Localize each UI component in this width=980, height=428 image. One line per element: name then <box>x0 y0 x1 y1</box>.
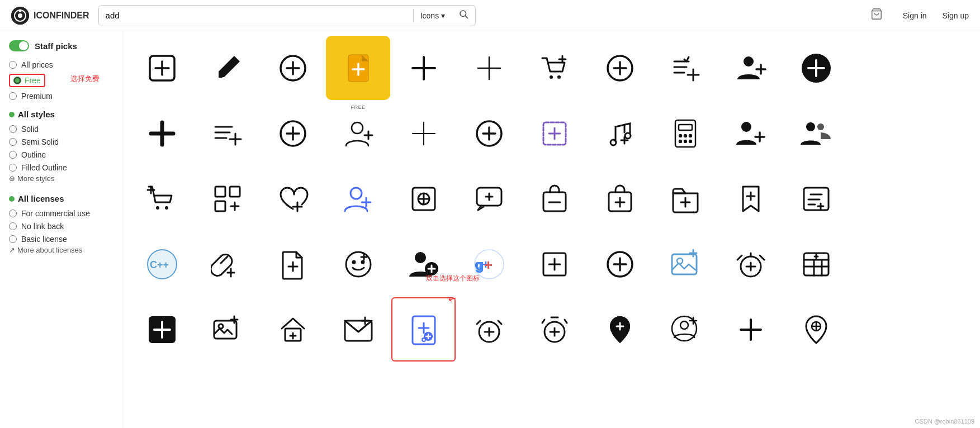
icon-safe-add[interactable] <box>391 167 456 231</box>
price-premium[interactable]: Premium <box>9 92 113 101</box>
icon-add-table[interactable] <box>784 232 848 296</box>
icon-checklist-add[interactable] <box>653 36 717 100</box>
svg-line-5 <box>466 16 468 18</box>
search-type-dropdown[interactable]: Icons ▾ <box>414 11 452 20</box>
icon-bag-add[interactable] <box>588 167 652 231</box>
licenses-title-label: All licenses <box>18 194 64 203</box>
icon-bookmark-add[interactable] <box>718 167 783 231</box>
icon-group-add[interactable] <box>784 101 848 165</box>
icon-chat-add[interactable] <box>457 167 521 231</box>
license-no-link-back-label: No link back <box>21 222 64 231</box>
icon-add-circle-outline2[interactable] <box>261 101 325 165</box>
icon-grid-add[interactable] <box>195 167 259 231</box>
logo-icon <box>11 7 29 25</box>
icon-alarm-add3[interactable] <box>522 297 586 362</box>
icon-folder-add[interactable] <box>653 167 717 231</box>
icon-add-person-free[interactable]: FREE <box>326 101 390 165</box>
svg-point-68 <box>689 135 692 137</box>
svg-point-59 <box>610 140 616 145</box>
logo[interactable]: ICONFINDER <box>11 7 89 25</box>
svg-line-116 <box>221 256 228 263</box>
icon-google-plus[interactable]: g+ g+ <box>457 232 521 296</box>
icon-frame-add[interactable] <box>522 232 586 296</box>
style-outline-label: Outline <box>21 150 46 159</box>
icon-location-add[interactable] <box>588 297 652 362</box>
icon-home-add[interactable] <box>261 297 325 362</box>
icon-add-circle3[interactable] <box>588 232 652 296</box>
icon-location-add2[interactable] <box>784 297 848 362</box>
license-commercial[interactable]: For commercial use <box>9 209 113 218</box>
style-filled-outline[interactable]: Filled Outline <box>9 163 113 172</box>
icon-add-circle2[interactable] <box>457 101 521 165</box>
annotation-free: 选择免费 <box>70 74 100 84</box>
icon-alarm-add[interactable] <box>718 232 783 296</box>
icon-add-circle-outline[interactable] <box>261 36 325 100</box>
icon-mail-add[interactable] <box>326 297 390 362</box>
style-semi-solid-label: Semi Solid <box>21 137 59 146</box>
icon-list-add2[interactable] <box>784 167 848 231</box>
signup-link[interactable]: Sign up <box>943 11 969 20</box>
more-licenses-link[interactable]: ↗ More about licenses <box>9 246 113 254</box>
chevron-down-icon: ▾ <box>441 11 445 20</box>
icon-pill-add[interactable] <box>195 232 259 296</box>
icon-alarm-add2[interactable] <box>457 297 521 362</box>
icon-person-circle-add[interactable] <box>653 297 717 362</box>
icon-cpp[interactable]: C++ <box>130 232 194 296</box>
search-input[interactable] <box>99 6 413 26</box>
icon-add-person[interactable] <box>718 36 783 100</box>
icon-row-1 <box>130 36 973 100</box>
free-box: Free <box>9 74 45 87</box>
icon-add-document-yellow[interactable] <box>326 36 390 100</box>
icon-add-circle[interactable] <box>588 36 652 100</box>
svg-point-140 <box>677 258 683 264</box>
icon-plus-bold[interactable] <box>130 101 194 165</box>
price-all[interactable]: All prices <box>9 60 113 69</box>
license-no-link-back[interactable]: No link back <box>9 222 113 231</box>
more-styles-link[interactable]: ⊕ More styles <box>9 174 113 183</box>
icon-add-frame-purple[interactable] <box>522 101 586 165</box>
icon-plus-standalone[interactable] <box>718 297 783 362</box>
icon-heart-add[interactable] <box>261 167 325 231</box>
svg-point-70 <box>684 140 687 142</box>
icon-doc-add2[interactable] <box>261 232 325 296</box>
icon-user-add-dark[interactable] <box>391 232 456 296</box>
icon-calculator-add[interactable] <box>653 101 717 165</box>
icon-plus-thin[interactable] <box>457 36 521 100</box>
search-button[interactable] <box>452 9 475 22</box>
svg-point-123 <box>362 261 364 263</box>
icon-bag-minus[interactable] <box>522 167 586 231</box>
icon-plus-thin2[interactable] <box>391 101 456 165</box>
icon-add-circle-filled-black[interactable] <box>784 36 848 100</box>
style-outline[interactable]: Outline <box>9 150 113 159</box>
icon-list-add[interactable] <box>195 101 259 165</box>
icon-pencil[interactable] <box>195 36 259 100</box>
icon-emoji-add[interactable] <box>326 232 390 296</box>
icon-row-5: 双击选择这个图标 ↙ <box>130 297 973 362</box>
icon-person-add-blue[interactable] <box>326 167 390 231</box>
license-basic[interactable]: Basic license <box>9 235 113 244</box>
icon-person-add2[interactable] <box>718 101 783 165</box>
external-link-icon: ↗ <box>9 246 15 254</box>
staff-picks-toggle[interactable] <box>9 40 29 51</box>
style-semi-solid[interactable]: Semi Solid <box>9 137 113 146</box>
signin-link[interactable]: Sign in <box>903 11 927 20</box>
licenses-dot <box>9 196 15 202</box>
icon-cart-add2[interactable] <box>130 167 194 231</box>
icon-add-box[interactable] <box>130 36 194 100</box>
icon-row-2: FREE <box>130 101 973 165</box>
icon-image-add-blue[interactable] <box>653 232 717 296</box>
license-commercial-label: For commercial use <box>21 209 90 218</box>
svg-point-21 <box>557 75 561 79</box>
svg-text:g+: g+ <box>475 256 493 273</box>
license-options: For commercial use No link back Basic li… <box>9 209 113 244</box>
icon-cart-add[interactable] <box>522 36 586 100</box>
icon-image-add[interactable] <box>195 297 259 362</box>
price-free[interactable]: Free 选择免费 <box>9 74 113 87</box>
svg-point-75 <box>806 122 815 131</box>
style-solid[interactable]: Solid <box>9 125 113 134</box>
cart-icon[interactable] <box>870 8 883 23</box>
icon-plus-plain[interactable] <box>391 36 456 100</box>
icon-add-square-filled[interactable] <box>130 297 194 362</box>
icon-tablet-add-highlighted[interactable]: 双击选择这个图标 ↙ <box>391 297 456 362</box>
icon-music-add[interactable] <box>588 101 652 165</box>
